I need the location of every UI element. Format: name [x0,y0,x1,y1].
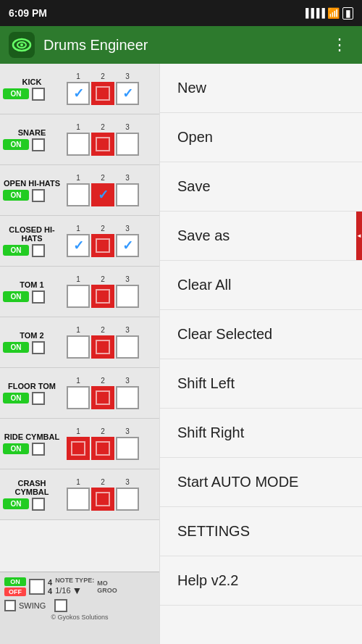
bottom-controls: ON OFF 4 4 NOTE TYPE: 1/16 ▼ MOGROO [0,572,159,644]
menu-item-help[interactable]: Help v2.2 [160,556,362,606]
track-checkbox-snare[interactable] [32,138,45,151]
beat-cell-2-snare[interactable] [91,133,114,156]
beat-col-3-kick: 3 ✓ [116,72,139,105]
beat-cell-1-floortom[interactable] [67,386,90,409]
track-checkbox-crashcymbal[interactable] [32,498,45,511]
track-name-snare: SNARE [3,128,61,137]
beat-cell-2-tom2[interactable] [91,335,114,359]
track-row-crashcymbal: CRASH CYMBAL ON 1 2 3 [0,469,159,520]
beat-cell-1-crashcymbal[interactable] [67,488,90,511]
beat-cell-1-ridecymbal[interactable] [67,437,90,460]
beat-cell-2-openhh[interactable]: ✓ [91,183,114,206]
menu-item-auto-mode[interactable]: Start AUTO MODE [160,458,362,507]
beat-cell-1-tom2[interactable] [67,335,90,359]
beat-col-2-snare: 2 [91,123,114,156]
beat-cell-3-openhh[interactable] [116,183,139,206]
swing-checkbox[interactable] [4,600,16,611]
track-name-ridecymbal: RIDE CYMBAL [3,432,61,441]
beat-cell-3-crashcymbal[interactable] [116,488,139,511]
global-on-button[interactable]: ON [4,577,26,586]
beat-cell-1-openhh[interactable] [67,183,90,206]
beat-cell-3-floortom[interactable] [116,386,139,409]
beat-cell-1-tom1[interactable] [67,285,90,308]
track-on-kick[interactable]: ON [3,88,29,99]
note-type-section: NOTE TYPE: 1/16 ▼ [55,577,94,596]
track-label-closed-hihats: CLOSED HI-HATS ON [0,222,64,260]
menu-item-clear-all[interactable]: Clear All [160,261,362,310]
beat-cell-2-floortom[interactable] [91,386,114,409]
track-controls-snare: 1 2 3 [64,120,159,159]
track-label-kick: KICK ON [0,75,64,104]
beat-cell-3-ridecymbal[interactable] [116,437,139,460]
track-name-floortom: FLOOR TOM [3,382,61,390]
beat-cell-1-kick[interactable]: ✓ [67,82,90,105]
beat-cell-1-closedhh[interactable]: ✓ [67,234,90,257]
menu-item-open[interactable]: Open [160,113,362,162]
status-time: 6:09 PM [9,7,47,19]
time-signature: 4 4 [48,578,52,595]
track-controls-ridecymbal: 1 2 3 [64,425,159,463]
track-on-open-hihats[interactable]: ON [3,190,29,201]
track-on-crashcymbal[interactable]: ON [3,498,29,509]
track-row-open-hihats: OPEN HI-HATS ON 1 2 ✓ [0,165,159,216]
menu-item-settings[interactable]: SETTINGS [160,507,362,556]
track-name-open-hihats: OPEN HI-HATS [3,179,61,188]
note-value: 1/16 [55,586,70,595]
wifi-icon: 📶 [327,7,340,19]
swing-row: SWING [4,599,155,612]
beat-cell-3-tom1[interactable] [116,285,139,308]
beat-cell-1-snare[interactable] [67,133,90,156]
menu-item-new[interactable]: New [160,64,362,113]
menu-item-clear-selected[interactable]: Clear Selected [160,310,362,359]
track-checkbox-tom1[interactable] [32,290,45,304]
menu-item-save[interactable]: Save [160,162,362,212]
track-controls-closed-hihats: 1 ✓ 2 3 ✓ [64,222,159,260]
track-on-snare[interactable]: ON [3,139,29,150]
track-on-floortom[interactable]: ON [3,393,29,403]
track-on-tom1[interactable]: ON [3,291,29,302]
global-checkbox[interactable] [29,579,45,595]
track-on-ridecymbal[interactable]: ON [3,443,29,454]
track-checkbox-tom2[interactable] [32,341,45,354]
beat-cell-2-closedhh[interactable] [91,234,114,257]
beat-cell-3-kick[interactable]: ✓ [116,82,139,105]
beat-cell-2-ridecymbal[interactable] [91,437,114,460]
main-content: KICK ON 1 ✓ 2 3 ✓ [0,64,362,644]
menu-item-shift-right[interactable]: Shift Right [160,409,362,458]
track-name-closed-hihats: CLOSED HI-HATS [3,225,61,243]
signal-icon: ▐▐▐▐ [303,8,324,18]
on-off-group: ON OFF [4,577,26,596]
track-on-tom2[interactable]: ON [3,342,29,353]
track-checkbox-open-hihats[interactable] [32,189,45,202]
app-logo [9,32,35,58]
beat-cell-3-tom2[interactable] [116,335,139,359]
track-checkbox-closed-hihats[interactable] [32,244,45,257]
beat-cell-2-kick[interactable] [91,82,114,105]
track-row-closed-hihats: CLOSED HI-HATS ON 1 ✓ 2 3 [0,216,159,267]
track-label-snare: SNARE ON [0,125,64,154]
beat-cell-2-tom1[interactable] [91,285,114,308]
mode-label: MOGROO [97,580,117,594]
swing-checkbox2[interactable] [54,599,67,612]
beat-cell-3-snare[interactable] [116,133,139,156]
track-checkbox-kick[interactable] [32,88,45,101]
track-on-closed-hihats[interactable]: ON [3,245,29,256]
beat-cell-2-crashcymbal[interactable] [91,488,114,511]
menu-item-save-as[interactable]: Save as ◄ [160,212,362,261]
track-name-tom2: TOM 2 [3,331,61,340]
beat-cell-3-closedhh[interactable]: ✓ [116,234,139,257]
track-checkbox-floortom[interactable] [32,392,45,405]
overflow-menu-icon[interactable]: ⋮ [326,33,353,57]
track-controls-open-hihats: 1 2 ✓ 3 [64,171,159,209]
global-off-button[interactable]: OFF [4,587,26,596]
menu-item-shift-left[interactable]: Shift Left [160,359,362,409]
scroll-arrow-save-as: ◄ [356,212,362,260]
track-name-kick: KICK [3,78,61,86]
beat-col-1-kick: 1 ✓ [67,72,90,105]
track-checkbox-ridecymbal[interactable] [32,443,45,456]
track-controls-tom1: 1 2 3 [64,272,159,311]
copyright-text: © Gyokos Solutions [4,614,155,621]
track-label-tom1: TOM 1 ON [0,277,64,306]
beat-col-1-snare: 1 [67,123,90,156]
note-type-label: NOTE TYPE: [55,577,94,584]
